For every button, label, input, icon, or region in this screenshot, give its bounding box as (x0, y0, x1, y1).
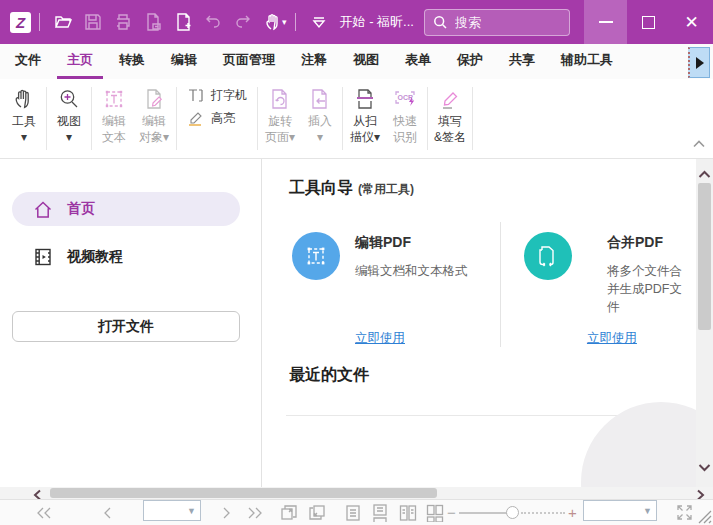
customize-toolbar-icon[interactable] (304, 7, 334, 37)
horizontal-scrollbar-thumb[interactable] (50, 488, 437, 498)
rotate-pages-icon (268, 85, 292, 113)
hand-tool-caret-icon[interactable]: ▾ (282, 17, 287, 27)
sidebar-item-video-tutorials[interactable]: 视频教程 (12, 240, 240, 274)
rotate-pages-label-1: 旋转 (268, 113, 292, 129)
tools-button[interactable]: 工具 ▾ (4, 83, 44, 154)
vertical-scrollbar-thumb[interactable] (698, 183, 711, 330)
next-view-button[interactable] (308, 500, 326, 525)
zoom-slider-handle[interactable] (506, 506, 519, 519)
toolbar-divider (176, 87, 177, 150)
sidebar-item-home[interactable]: 首页 (12, 192, 240, 226)
insert-pages-button[interactable]: 插入 ▾ (300, 83, 340, 154)
ocr-icon: OCR (392, 85, 418, 113)
undo-icon[interactable] (198, 7, 228, 37)
quick-ocr-button[interactable]: OCR 快速 识别 (385, 83, 425, 154)
page-number-combobox[interactable]: ▼ (143, 500, 201, 521)
horizontal-scrollbar[interactable] (0, 487, 713, 499)
fill-sign-button[interactable]: 填写 &签名 (430, 83, 470, 154)
zoom-plus-icon (57, 85, 81, 113)
scanner-icon (353, 85, 377, 113)
typewriter-button[interactable]: 打字机 (187, 87, 247, 104)
maximize-button[interactable] (627, 0, 670, 44)
previous-page-button[interactable] (102, 500, 112, 525)
card-edit-pdf[interactable]: 编辑PDF 编辑文档和文本格式 立即使用 (289, 222, 500, 347)
resize-grip[interactable] (698, 510, 712, 525)
open-file-button[interactable]: 打开文件 (12, 311, 240, 342)
fill-sign-label-1: 填写 (438, 113, 462, 129)
save-icon[interactable] (78, 7, 108, 37)
open-file-icon[interactable] (48, 7, 78, 37)
card-merge-pdf-title: 合并PDF (607, 222, 688, 252)
app-window: Z ▾ 开始 - 福昕... (0, 0, 713, 525)
print-icon[interactable] (108, 7, 138, 37)
first-page-button[interactable] (36, 500, 52, 525)
export-doc-icon[interactable] (138, 7, 168, 37)
collapse-toolbar-button[interactable] (693, 134, 705, 152)
tab-convert[interactable]: 转换 (109, 44, 155, 79)
tab-home[interactable]: 主页 (57, 44, 103, 79)
search-box[interactable] (424, 9, 570, 36)
tab-share[interactable]: 共享 (499, 44, 545, 79)
card-merge-pdf-body: 合并PDF 将多个文件合并生成PDF文件 (607, 222, 688, 316)
minimize-button[interactable] (584, 0, 627, 44)
tab-view[interactable]: 视图 (343, 44, 389, 79)
zoom-slider-track[interactable] (459, 512, 509, 514)
from-scanner-button[interactable]: 从扫 描仪▾ (345, 83, 385, 154)
close-button[interactable]: ✕ (670, 0, 713, 44)
tab-protect[interactable]: 保护 (447, 44, 493, 79)
facing-view-button[interactable] (399, 500, 417, 525)
tab-comment[interactable]: 注释 (291, 44, 337, 79)
ribbon-tabbar: 文件 主页 转换 编辑 页面管理 注释 视图 表单 保护 共享 辅助工具 (0, 44, 713, 79)
card-edit-pdf-body: 编辑PDF 编辑文档和文本格式 (355, 222, 500, 280)
card-merge-pdf-use-link[interactable]: 立即使用 (587, 330, 637, 347)
search-input[interactable] (455, 15, 555, 30)
toolbar-divider (342, 87, 343, 150)
continuous-view-button[interactable] (372, 500, 388, 525)
edit-object-button[interactable]: 编辑 对象▾ (134, 83, 174, 154)
card-edit-pdf-use-link[interactable]: 立即使用 (355, 330, 405, 347)
tab-file[interactable]: 文件 (5, 44, 51, 79)
view-caret: ▾ (66, 129, 72, 145)
vertical-scrollbar[interactable] (696, 159, 713, 487)
typewriter-highlight-group: 打字机 高亮 (179, 83, 255, 154)
from-scanner-label-1: 从扫 (353, 113, 377, 129)
window-controls: ✕ (584, 0, 713, 44)
zoom-in-button[interactable]: + (568, 500, 577, 525)
scroll-down-icon[interactable] (698, 458, 711, 476)
tools-label: 工具 (12, 113, 36, 129)
zoom-out-button[interactable]: − (447, 500, 456, 525)
zoom-level-input[interactable] (584, 503, 639, 518)
single-page-view-button[interactable] (345, 500, 361, 525)
tab-overflow-button[interactable] (688, 47, 710, 78)
tab-accessibility[interactable]: 辅助工具 (551, 44, 623, 79)
highlight-button[interactable]: 高亮 (187, 110, 247, 127)
page-number-input[interactable] (144, 503, 183, 518)
body: 首页 视频教程 打开文件 工具向导 (常用工具) (0, 159, 713, 487)
tab-edit[interactable]: 编辑 (161, 44, 207, 79)
scroll-up-icon[interactable] (698, 165, 711, 183)
typewriter-icon (187, 88, 205, 103)
last-page-button[interactable] (247, 500, 263, 525)
tab-page-manage[interactable]: 页面管理 (213, 44, 285, 79)
tab-form[interactable]: 表单 (395, 44, 441, 79)
view-zoom-button[interactable]: 视图 ▾ (49, 83, 89, 154)
redo-icon[interactable] (228, 7, 258, 37)
next-page-button[interactable] (222, 500, 232, 525)
chevron-up-icon (693, 140, 705, 148)
facing-continuous-view-button[interactable] (426, 500, 444, 525)
previous-view-button[interactable] (280, 500, 298, 525)
from-scanner-label-2: 描仪▾ (350, 129, 380, 145)
typewriter-label: 打字机 (211, 87, 247, 104)
card-edit-pdf-title: 编辑PDF (355, 222, 500, 252)
edit-text-button[interactable]: 编辑 文本 (94, 83, 134, 154)
quick-ocr-label-1: 快速 (393, 113, 417, 129)
zoom-slider-track-dashed[interactable] (521, 512, 565, 514)
main-content: 工具向导 (常用工具) 编辑PDF 编辑文档和文本格式 立即使用 (262, 159, 713, 487)
new-doc-icon[interactable] (168, 7, 198, 37)
card-merge-pdf[interactable]: 合并PDF 将多个文件合并生成PDF文件 立即使用 (500, 222, 688, 347)
sidebar: 首页 视频教程 打开文件 (0, 159, 262, 487)
zoom-level-combobox[interactable]: ▼ (583, 500, 657, 521)
rotate-pages-button[interactable]: 旋转 页面▾ (260, 83, 300, 154)
titlebar-divider-2 (295, 13, 296, 31)
fullscreen-button[interactable] (676, 500, 693, 525)
